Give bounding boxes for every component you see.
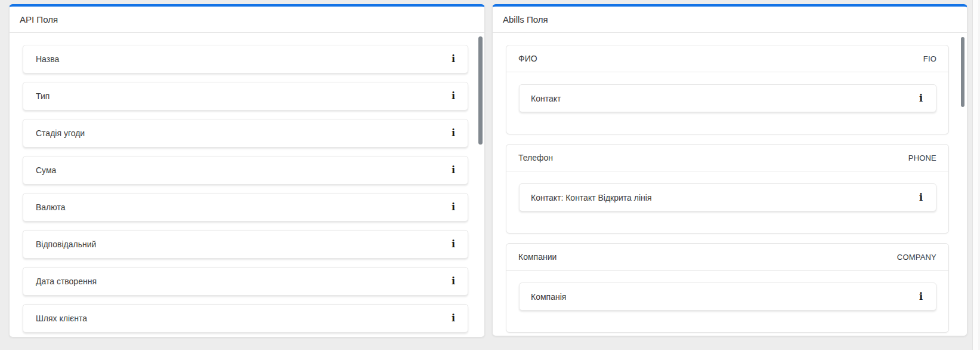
- abills-panel-title: Abills Поля: [493, 7, 967, 33]
- group-tag: COMPANY: [897, 253, 936, 262]
- info-icon[interactable]: i: [452, 128, 455, 138]
- abills-group-body: Контакт i: [506, 72, 948, 134]
- info-icon[interactable]: i: [919, 193, 923, 202]
- abills-group-phone: Телефон PHONE Контакт: Контакт Відкрита …: [506, 144, 949, 234]
- api-field-item[interactable]: Дата створення i: [23, 267, 468, 296]
- api-field-item[interactable]: Стадія угоди i: [23, 119, 468, 148]
- window-scrollbar-track[interactable]: [972, 0, 980, 350]
- info-icon[interactable]: i: [452, 314, 455, 323]
- abills-group-fio: ФИО FIO Контакт i: [506, 45, 949, 134]
- api-panel-scrollbar[interactable]: [478, 36, 483, 145]
- api-fields-panel: API Поля Назва i Тип i Стадія угоди i Су…: [9, 4, 485, 337]
- abills-group-header: Компании COMPANY: [506, 244, 948, 271]
- group-name: Компании: [518, 252, 557, 262]
- api-field-label: Відповідальний: [36, 240, 96, 249]
- info-icon[interactable]: i: [452, 165, 455, 175]
- info-icon[interactable]: i: [452, 91, 455, 101]
- api-field-label: Валюта: [36, 202, 66, 212]
- api-field-label: Дата створення: [36, 277, 97, 286]
- abills-field-item[interactable]: Контакт i: [519, 84, 936, 112]
- group-name: Телефон: [518, 153, 553, 162]
- api-field-label: Стадія угоди: [36, 128, 85, 138]
- info-icon[interactable]: i: [452, 202, 455, 212]
- api-field-label: Сума: [36, 165, 56, 175]
- api-field-item[interactable]: Назва i: [23, 45, 468, 73]
- info-icon[interactable]: i: [919, 94, 923, 103]
- api-field-label: Назва: [36, 54, 59, 64]
- api-field-item[interactable]: Шлях клієнта i: [23, 304, 468, 333]
- abills-field-label: Контакт: Контакт Відкрита лінія: [531, 193, 651, 202]
- info-icon[interactable]: i: [452, 54, 455, 64]
- api-field-item[interactable]: Сума i: [23, 156, 468, 185]
- api-field-label: Шлях клієнта: [36, 314, 87, 323]
- info-icon[interactable]: i: [919, 292, 923, 302]
- abills-group-header: Телефон PHONE: [506, 145, 948, 171]
- abills-field-label: Контакт: [531, 94, 561, 103]
- abills-groups-list: ФИО FIO Контакт i Телефон PHONE: [493, 33, 967, 336]
- group-name: ФИО: [518, 54, 537, 63]
- api-field-item[interactable]: Відповідальний i: [23, 230, 468, 259]
- field-mapping-page: API Поля Назва i Тип i Стадія угоди i Су…: [0, 0, 980, 350]
- api-panel-title: API Поля: [10, 7, 484, 33]
- abills-group-body: Контакт: Контакт Відкрита лінія i: [506, 171, 948, 233]
- api-field-item[interactable]: Тип i: [23, 82, 468, 110]
- group-tag: FIO: [923, 54, 936, 63]
- abills-group-company: Компании COMPANY Компанія i: [506, 243, 949, 333]
- abills-group-body: Компанія i: [506, 271, 948, 332]
- abills-fields-panel: Abills Поля ФИО FIO Контакт i Телефон PH…: [492, 4, 967, 336]
- info-icon[interactable]: i: [452, 277, 455, 286]
- abills-panel-scrollbar[interactable]: [961, 37, 964, 107]
- info-icon[interactable]: i: [452, 240, 455, 249]
- abills-group-header: ФИО FIO: [506, 45, 948, 72]
- group-tag: PHONE: [908, 153, 936, 162]
- api-field-item[interactable]: Валюта i: [23, 193, 468, 222]
- abills-field-item[interactable]: Компанія i: [519, 283, 936, 311]
- abills-field-label: Компанія: [531, 292, 566, 302]
- api-field-label: Тип: [36, 91, 50, 101]
- api-fields-list: Назва i Тип i Стадія угоди i Сума i Валю…: [10, 33, 484, 337]
- abills-field-item[interactable]: Контакт: Контакт Відкрита лінія i: [519, 183, 936, 211]
